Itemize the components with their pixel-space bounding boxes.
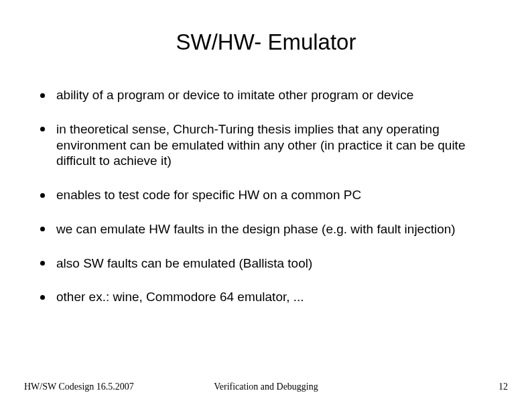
bullet-item: in theoretical sense, Church-Turing thes… bbox=[40, 121, 505, 169]
slide: SW/HW- Emulator ability of a program or … bbox=[0, 0, 532, 399]
bullet-text: enables to test code for specific HW on … bbox=[56, 188, 361, 202]
bullet-item: enables to test code for specific HW on … bbox=[40, 187, 505, 203]
bullet-item: ability of a program or device to imitat… bbox=[40, 87, 505, 103]
bullet-text: ability of a program or device to imitat… bbox=[56, 88, 413, 102]
bullet-text: other ex.: wine, Commodore 64 emulator, … bbox=[56, 290, 304, 304]
bullet-list: ability of a program or device to imitat… bbox=[40, 87, 505, 305]
bullet-item: also SW faults can be emulated (Ballista… bbox=[40, 255, 505, 272]
bullet-item: we can emulate HW faults in the design p… bbox=[40, 221, 505, 237]
slide-content: ability of a program or device to imitat… bbox=[40, 87, 505, 323]
bullet-item: other ex.: wine, Commodore 64 emulator, … bbox=[40, 289, 505, 305]
footer-page-number: 12 bbox=[498, 382, 508, 392]
footer-center: Verification and Debugging bbox=[0, 382, 532, 392]
bullet-text: also SW faults can be emulated (Ballista… bbox=[56, 256, 312, 270]
slide-title: SW/HW- Emulator bbox=[0, 30, 532, 55]
bullet-text: we can emulate HW faults in the design p… bbox=[56, 222, 456, 236]
bullet-text: in theoretical sense, Church-Turing thes… bbox=[56, 122, 465, 168]
